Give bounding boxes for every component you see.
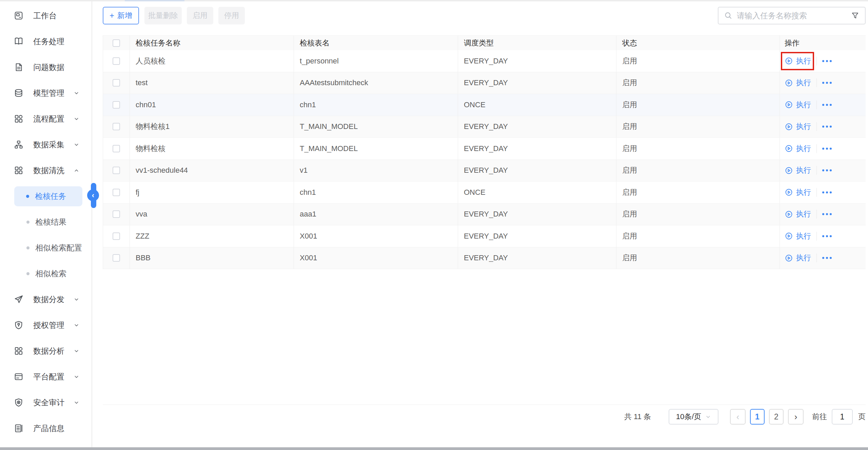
sidebar-item-process-config[interactable]: 流程配置: [0, 106, 92, 132]
sidebar-item-label: 工作台: [33, 11, 57, 21]
table-row[interactable]: ZZZ X001 EVERY_DAY 启用 执行: [103, 225, 866, 247]
more-actions-button[interactable]: [822, 257, 832, 259]
select-all-checkbox[interactable]: [113, 39, 120, 47]
sidebar-subitem-similar-search[interactable]: 相似检索: [0, 261, 92, 286]
batch-delete-button[interactable]: 批量删除: [144, 7, 182, 24]
sidebar-subitem-label: 相似检索配置: [35, 243, 82, 253]
execute-button-label: 执行: [796, 187, 811, 198]
more-actions-button[interactable]: [822, 126, 832, 128]
more-actions-button[interactable]: [822, 169, 832, 171]
table-row[interactable]: fj chn1 ONCE 启用 执行: [103, 182, 866, 204]
row-checkbox[interactable]: [113, 210, 120, 218]
row-checkbox[interactable]: [113, 145, 120, 152]
sidebar-item-label: 数据分析: [33, 346, 64, 356]
sidebar-collapse-handle[interactable]: ‹: [87, 183, 99, 208]
execute-button[interactable]: 执行: [785, 144, 811, 154]
more-actions-button[interactable]: [822, 82, 832, 84]
table-row[interactable]: vv1-schedule44 v1 EVERY_DAY 启用 执行: [103, 160, 866, 182]
execute-button-label: 执行: [796, 56, 811, 66]
table-row[interactable]: chn01 chn1 ONCE 启用 执行: [103, 94, 866, 116]
table-name-cell: chn1: [294, 94, 458, 116]
table-row[interactable]: vva aaa1 EVERY_DAY 启用 执行: [103, 204, 866, 226]
sidebar-item-data-distribution[interactable]: 数据分发: [0, 286, 92, 312]
table-name-cell: X001: [294, 225, 458, 247]
sidebar-subitem-check-result[interactable]: 检核结果: [0, 209, 92, 235]
sidebar-item-problem-data[interactable]: 问题数据: [0, 54, 92, 80]
more-actions-button[interactable]: [822, 191, 832, 193]
sidebar-item-data-cleaning[interactable]: 数据清洗: [0, 157, 92, 183]
more-actions-button[interactable]: [822, 148, 832, 150]
execute-button[interactable]: 执行: [785, 78, 811, 88]
row-checkbox[interactable]: [113, 232, 120, 240]
app-grid-icon: [14, 346, 24, 356]
execute-button[interactable]: 执行: [785, 56, 811, 66]
execute-button-label: 执行: [796, 209, 811, 219]
table-name-cell: aaa1: [294, 204, 458, 225]
sidebar-subitem-label: 相似检索: [35, 268, 66, 279]
row-checkbox[interactable]: [113, 79, 120, 87]
more-actions-button[interactable]: [822, 235, 832, 237]
pagination: 共 11 条 10条/页 ‹ 1 2 › 前往 页: [624, 408, 866, 425]
table-row[interactable]: test AAAtestsubmitcheck EVERY_DAY 启用 执行: [103, 72, 866, 94]
search-input[interactable]: [737, 11, 847, 20]
execute-button[interactable]: 执行: [785, 231, 811, 241]
sidebar-item-label: 问题数据: [33, 62, 64, 73]
more-actions-button[interactable]: [822, 60, 832, 62]
execute-button[interactable]: 执行: [785, 209, 811, 219]
horizontal-scrollbar: [0, 447, 868, 450]
more-actions-button[interactable]: [822, 213, 832, 215]
page-button-1[interactable]: 1: [750, 409, 765, 425]
more-actions-button[interactable]: [822, 104, 832, 106]
search-icon: [724, 11, 733, 20]
sidebar-subitem-similar-search-config[interactable]: 相似检索配置: [0, 235, 92, 261]
sidebar-item-product-info[interactable]: 产品信息: [0, 415, 92, 441]
sidebar-item-data-analysis[interactable]: 数据分析: [0, 338, 92, 364]
sidebar-item-model-management[interactable]: 模型管理: [0, 80, 92, 106]
task-name-cell: fj: [130, 182, 294, 203]
execute-button[interactable]: 执行: [785, 100, 811, 110]
horizontal-scrollbar-thumb[interactable]: [0, 447, 868, 450]
row-checkbox[interactable]: [113, 167, 120, 174]
paper-plane-icon: [14, 294, 24, 304]
plus-icon: +: [110, 11, 114, 20]
sidebar-item-authorization[interactable]: 授权管理: [0, 312, 92, 338]
add-button[interactable]: + 新增: [103, 7, 139, 24]
table-row[interactable]: 人员核检 t_personnel EVERY_DAY 启用 执行: [103, 50, 866, 72]
goto-page-input[interactable]: [832, 409, 853, 425]
status-cell: 启用: [616, 138, 780, 160]
enable-button[interactable]: 启用: [187, 7, 213, 24]
prev-page-button[interactable]: ‹: [730, 409, 746, 425]
table-row[interactable]: 物料检核 T_MAIN_MODEL EVERY_DAY 启用 执行: [103, 138, 866, 160]
row-checkbox[interactable]: [113, 254, 120, 262]
play-circle-icon: [785, 100, 793, 109]
app-grid-icon: [14, 114, 24, 124]
page-size-select[interactable]: 10条/页: [669, 409, 718, 425]
row-checkbox[interactable]: [113, 57, 120, 65]
status-cell: 启用: [616, 247, 780, 269]
table-row[interactable]: 物料检核1 T_MAIN_MODEL EVERY_DAY 启用 执行: [103, 116, 866, 138]
sidebar-subitem-check-task[interactable]: 检核任务: [0, 183, 92, 209]
row-checkbox[interactable]: [113, 189, 120, 196]
row-checkbox[interactable]: [113, 101, 120, 109]
sidebar-item-workbench[interactable]: 工作台: [0, 3, 92, 29]
execute-button[interactable]: 执行: [785, 253, 811, 263]
chevron-left-icon: ‹: [87, 189, 99, 201]
filter-funnel-icon[interactable]: [851, 11, 860, 20]
next-page-button[interactable]: ›: [788, 409, 804, 425]
sidebar-item-label: 授权管理: [33, 320, 64, 331]
disable-button[interactable]: 停用: [218, 7, 245, 24]
sidebar-item-data-collection[interactable]: 数据采集: [0, 132, 92, 157]
sidebar-item-security-audit[interactable]: 安全审计: [0, 390, 92, 415]
page-button-2[interactable]: 2: [769, 409, 784, 425]
sidebar-item-task-processing[interactable]: 任务处理: [0, 29, 92, 54]
task-name-cell: test: [130, 72, 294, 94]
sidebar-item-label: 平台配置: [33, 372, 64, 382]
execute-button[interactable]: 执行: [785, 121, 811, 132]
play-circle-icon: [785, 144, 793, 153]
execute-button[interactable]: 执行: [785, 165, 811, 175]
row-checkbox[interactable]: [113, 123, 120, 130]
table-row[interactable]: BBB X001 EVERY_DAY 启用 执行: [103, 247, 866, 269]
sidebar-item-platform-config[interactable]: 平台配置: [0, 364, 92, 390]
execute-button[interactable]: 执行: [785, 187, 811, 198]
table-name-cell: T_MAIN_MODEL: [294, 116, 458, 138]
